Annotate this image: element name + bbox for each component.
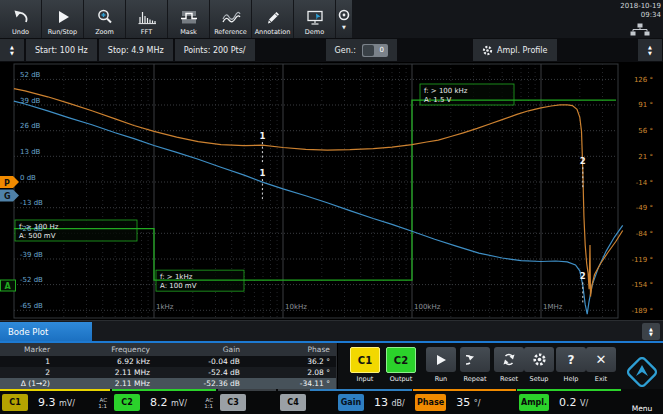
c2-badge[interactable]: C2 xyxy=(114,394,140,411)
gain-scale-segment[interactable]: Gain 13 dB/ xyxy=(310,389,412,414)
ampl-scale-segment[interactable]: Ampl. 0.2 V/ xyxy=(517,389,621,414)
question-icon: ? xyxy=(568,353,575,367)
svg-text:-26 dB: -26 dB xyxy=(20,225,43,233)
ampl-badge[interactable]: Ampl. xyxy=(519,394,549,411)
gear-icon xyxy=(482,45,493,56)
svg-text:-189 °: -189 ° xyxy=(631,307,653,315)
settings-scroll-right-button[interactable]: ▲▼ xyxy=(638,39,662,61)
bode-settings-bar: ▲▼ Start: 100 Hz Stop: 4.9 MHz Points: 2… xyxy=(0,38,663,62)
svg-text:f: > 100 kHz: f: > 100 kHz xyxy=(424,87,468,95)
channel-c2-segment[interactable]: C2 8.2 mV/ AC1:1 xyxy=(112,389,216,414)
svg-text:-119 °: -119 ° xyxy=(631,256,653,264)
svg-text:2: 2 xyxy=(580,156,586,166)
svg-text:1: 1 xyxy=(259,168,265,178)
annotation-button[interactable]: Annotation xyxy=(252,0,293,38)
c3-badge[interactable]: C3 xyxy=(220,394,246,411)
toolbar-more-button[interactable]: ▼ xyxy=(336,0,352,38)
table-row-marker-1: 1 6.92 kHz -0.04 dB 36.2 ° xyxy=(0,356,336,367)
phase-scale-segment[interactable]: Phase 35 °/ xyxy=(413,389,516,414)
svg-text:-13 dB: -13 dB xyxy=(20,199,43,207)
svg-text:1kHz: 1kHz xyxy=(156,303,174,311)
c2-coupling: AC1:1 xyxy=(204,397,213,409)
channel-c1-segment[interactable]: C1 9.3 mV/ AC1:1 xyxy=(0,389,110,414)
phase-badge[interactable]: Phase xyxy=(415,394,446,411)
svg-text:1: 1 xyxy=(259,131,265,141)
channel-c3-segment[interactable]: C3 xyxy=(218,389,276,414)
reference-waves-icon xyxy=(221,6,241,28)
c1-scale-value: 9.3 mV/ xyxy=(38,396,75,409)
tab-bode-plot[interactable]: Bode Plot xyxy=(0,322,92,342)
bode-plot-chart[interactable]: f: > 100 HzA: 500 mVf: > 1kHzA: 100 mVf:… xyxy=(0,62,663,320)
c1-coupling: AC1:1 xyxy=(98,397,107,409)
pencil-icon xyxy=(264,6,282,28)
exit-button[interactable]: ✕ xyxy=(586,347,616,372)
help-button[interactable]: ? xyxy=(556,347,586,372)
svg-text:21 °: 21 ° xyxy=(638,153,653,161)
c4-badge[interactable]: C4 xyxy=(280,394,306,411)
run-stop-button[interactable]: Run/Stop xyxy=(42,0,83,38)
svg-text:1MHz: 1MHz xyxy=(543,303,563,311)
lan-network-icon xyxy=(629,23,651,36)
main-toolbar: Undo Run/Stop Zoom FFT Mask Reference An… xyxy=(0,0,663,38)
svg-text:91 °: 91 ° xyxy=(638,101,653,109)
menu-button[interactable]: Menu xyxy=(621,389,663,414)
svg-text:f: > 1kHz: f: > 1kHz xyxy=(160,273,193,281)
close-icon: ✕ xyxy=(596,352,607,367)
svg-text:G: G xyxy=(4,192,11,201)
play-icon xyxy=(54,6,72,28)
generator-toggle-switch[interactable]: 0 xyxy=(362,44,388,57)
bode-plot-svg: f: > 100 HzA: 500 mVf: > 1kHzA: 100 mVf:… xyxy=(0,62,663,320)
c1-badge[interactable]: C1 xyxy=(2,394,28,411)
svg-text:13 dB: 13 dB xyxy=(20,148,41,156)
marker-table: Marker Frequency Gain Phase 1 6.92 kHz -… xyxy=(0,343,337,389)
tab-bar: Bode Plot ▲▼ xyxy=(0,320,663,343)
gain-badge[interactable]: Gain xyxy=(338,394,364,411)
reference-button[interactable]: Reference xyxy=(210,0,251,38)
play-icon xyxy=(434,353,448,367)
datetime-display: 2018-10-19 09:34 xyxy=(620,2,661,19)
svg-text:-154 °: -154 ° xyxy=(631,281,653,289)
toggle-knob xyxy=(363,45,374,56)
svg-text:126 °: 126 ° xyxy=(634,76,653,84)
svg-text:A: A xyxy=(5,282,12,291)
points-button[interactable]: Points: 200 Pts/ xyxy=(175,39,255,61)
svg-text:-52 dB: -52 dB xyxy=(20,276,43,284)
date-text: 2018-10-19 xyxy=(620,2,661,11)
setup-button[interactable] xyxy=(524,347,554,372)
svg-text:-14 °: -14 ° xyxy=(636,179,653,187)
undo-button[interactable]: Undo xyxy=(0,0,41,38)
bode-controls: C1 Input C2 Output Run Repeat Reset Setu… xyxy=(338,343,663,389)
gain-scale-value: 13 dB/ xyxy=(374,396,405,409)
ampl-profile-button[interactable]: Ampl. Profile xyxy=(473,39,557,61)
repeat-loop-icon xyxy=(466,353,484,367)
zoom-button[interactable]: Zoom xyxy=(84,0,125,38)
fft-button[interactable]: FFT xyxy=(126,0,167,38)
c2-scale-value: 8.2 mV/ xyxy=(150,396,187,409)
svg-text:100kHz: 100kHz xyxy=(414,303,441,311)
svg-text:-84 °: -84 ° xyxy=(636,230,653,238)
tab-scroll-button[interactable]: ▲▼ xyxy=(642,323,660,340)
svg-text:A: 1.5 V: A: 1.5 V xyxy=(424,96,452,104)
svg-text:A: 500 mV: A: 500 mV xyxy=(19,232,56,240)
ampl-scale-value: 0.2 V/ xyxy=(559,396,588,409)
run-button[interactable] xyxy=(426,347,456,372)
svg-text:39 dB: 39 dB xyxy=(20,97,41,105)
demo-button[interactable]: Demo xyxy=(294,0,335,38)
repeat-button[interactable] xyxy=(460,347,490,372)
settings-scroll-left-button[interactable]: ▲▼ xyxy=(0,39,24,61)
output-channel-button[interactable]: C2 xyxy=(386,347,416,373)
svg-text:-39 dB: -39 dB xyxy=(20,251,43,259)
input-label: Input xyxy=(345,375,385,383)
svg-text:10kHz: 10kHz xyxy=(285,303,307,311)
magnifier-icon xyxy=(96,6,114,28)
rs-logo xyxy=(625,357,659,387)
svg-text:0 dB: 0 dB xyxy=(20,174,36,182)
reset-button[interactable] xyxy=(494,347,524,372)
svg-text:56 °: 56 ° xyxy=(638,127,653,135)
input-channel-button[interactable]: C1 xyxy=(350,347,380,373)
start-frequency-button[interactable]: Start: 100 Hz xyxy=(26,39,97,61)
svg-text:2: 2 xyxy=(580,271,586,281)
stop-frequency-button[interactable]: Stop: 4.9 MHz xyxy=(99,39,173,61)
mask-button[interactable]: Mask xyxy=(168,0,209,38)
generator-toggle-button[interactable]: Gen.: 0 xyxy=(326,39,397,61)
